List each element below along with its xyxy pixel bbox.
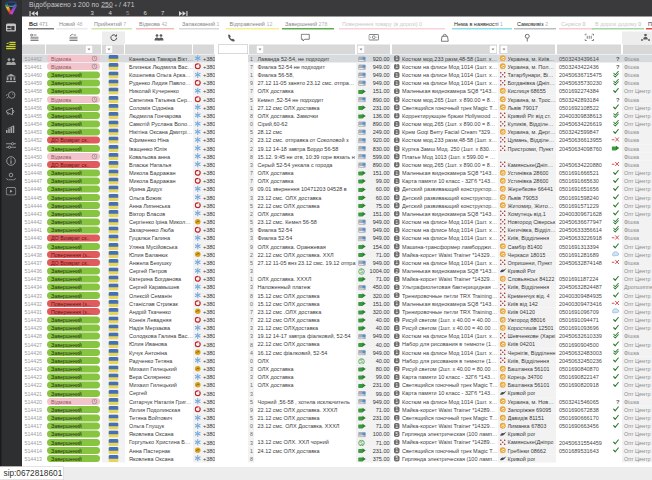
svg-text:S: S (360, 269, 363, 274)
svg-text:S: S (360, 440, 363, 445)
svg-text:S: S (360, 359, 363, 364)
